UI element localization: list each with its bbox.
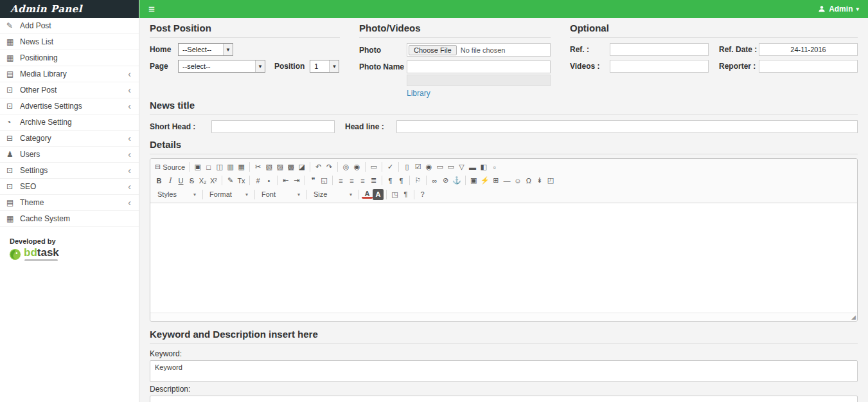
- numbered-list-icon[interactable]: #: [252, 175, 263, 186]
- source-icon[interactable]: ⊟Source: [154, 161, 186, 172]
- keyword-textarea[interactable]: Keyword: [150, 360, 858, 382]
- sidebar-item-cache-system[interactable]: ▦Cache System: [0, 211, 139, 227]
- sidebar-item-theme[interactable]: ▤Theme‹: [0, 195, 139, 211]
- link-icon[interactable]: ∞: [429, 175, 440, 186]
- new-page-icon[interactable]: □: [203, 161, 214, 172]
- position-select[interactable]: 1 ▼: [310, 60, 339, 73]
- image-button-icon[interactable]: ◧: [478, 161, 489, 172]
- anchor-icon[interactable]: ⚓: [451, 175, 463, 186]
- dropdown-label: Styles: [157, 190, 177, 198]
- user-menu[interactable]: Admin ▾: [818, 5, 859, 14]
- smiley-icon[interactable]: ☺: [512, 175, 523, 186]
- save-icon[interactable]: ▣: [192, 161, 203, 172]
- paste-word-icon[interactable]: ◪: [296, 161, 307, 172]
- sidebar-item-category[interactable]: ⊟Category‹: [0, 131, 139, 147]
- bulleted-list-icon[interactable]: •: [263, 175, 274, 186]
- ref-date-input[interactable]: [759, 43, 858, 56]
- resize-grip-icon[interactable]: ◢: [851, 315, 856, 320]
- about-icon[interactable]: ?: [417, 189, 428, 200]
- replace-icon[interactable]: ◉: [351, 161, 362, 172]
- editor-content[interactable]: [150, 203, 857, 313]
- ltr-icon[interactable]: ¶: [385, 175, 396, 186]
- text-field-icon[interactable]: ▭: [434, 161, 445, 172]
- underline-icon[interactable]: U: [175, 175, 186, 186]
- sidebar-item-advertise-settings[interactable]: ⊡Advertise Settings‹: [0, 98, 139, 114]
- text-color-icon[interactable]: A: [362, 190, 373, 199]
- subscript-icon[interactable]: X₂: [197, 175, 208, 186]
- align-right-icon[interactable]: ≡: [357, 175, 368, 186]
- justify-icon[interactable]: ≣: [368, 175, 379, 186]
- checkbox-icon[interactable]: ☑: [412, 161, 423, 172]
- font-dropdown[interactable]: Font▾: [258, 188, 304, 200]
- size-dropdown[interactable]: Size▾: [310, 188, 356, 200]
- unlink-icon[interactable]: ⊘: [440, 175, 451, 186]
- photo-name-input[interactable]: [407, 60, 551, 73]
- sidebar-item-add-post[interactable]: ✎Add Post: [0, 18, 139, 34]
- sidebar-item-settings[interactable]: ⊡Settings‹: [0, 163, 139, 179]
- show-blocks-icon[interactable]: ¶: [400, 189, 411, 200]
- templates-icon[interactable]: ▦: [236, 161, 247, 172]
- iframe-icon[interactable]: ◰: [545, 175, 556, 186]
- special-char-icon[interactable]: Ω: [523, 175, 534, 186]
- bold-icon[interactable]: B: [154, 175, 164, 186]
- radio-icon[interactable]: ◉: [423, 161, 434, 172]
- head-line-input[interactable]: [396, 120, 858, 133]
- horizontal-rule-icon[interactable]: ―: [501, 175, 512, 186]
- sidebar-item-archive-setting[interactable]: ◔Archive Setting: [0, 114, 139, 131]
- sidebar-item-users[interactable]: ♟Users‹: [0, 147, 139, 163]
- photo-file-input[interactable]: Choose File No file chosen: [407, 43, 551, 57]
- sidebar-item-other-post[interactable]: ⊡Other Post‹: [0, 82, 139, 98]
- sidebar-item-seo[interactable]: ⊡SEO‹: [0, 179, 139, 195]
- styles-dropdown[interactable]: Styles▾: [154, 188, 200, 200]
- outdent-icon[interactable]: ⇤: [280, 175, 291, 186]
- copy-formatting-icon[interactable]: ✎: [225, 175, 236, 186]
- hamburger-menu-icon[interactable]: ≡: [148, 4, 155, 15]
- preview-icon[interactable]: ◫: [214, 161, 225, 172]
- rtl-icon[interactable]: ¶: [396, 175, 407, 186]
- videos-input[interactable]: [610, 60, 709, 73]
- select-field-icon[interactable]: ▽: [456, 161, 467, 172]
- align-left-icon[interactable]: ≡: [335, 175, 346, 186]
- italic-icon[interactable]: I: [164, 175, 175, 186]
- reporter-input[interactable]: [759, 60, 858, 73]
- form-icon[interactable]: ▯: [402, 161, 412, 172]
- table-icon[interactable]: ⊞: [490, 175, 501, 186]
- indent-icon[interactable]: ⇥: [291, 175, 302, 186]
- blockquote-icon[interactable]: ❞: [308, 175, 319, 186]
- find-icon[interactable]: ◎: [341, 161, 351, 172]
- description-textarea[interactable]: [150, 396, 858, 402]
- div-container-icon[interactable]: ◱: [319, 175, 330, 186]
- redo-icon[interactable]: ↷: [324, 161, 335, 172]
- ref-input[interactable]: [610, 43, 709, 56]
- copy-icon[interactable]: ▧: [263, 161, 274, 172]
- cut-icon[interactable]: ✂: [252, 161, 263, 172]
- print-icon[interactable]: ▥: [225, 161, 236, 172]
- page-break-icon[interactable]: ↡: [534, 175, 545, 186]
- select-all-icon[interactable]: ▭: [368, 161, 379, 172]
- align-center-icon[interactable]: ≡: [346, 175, 357, 186]
- superscript-icon[interactable]: X²: [208, 175, 219, 186]
- maximize-icon[interactable]: ◳: [389, 189, 400, 200]
- sidebar-item-media-library[interactable]: ▤Media Library‹: [0, 66, 139, 82]
- sidebar-item-news-list[interactable]: ▦News List: [0, 34, 139, 50]
- library-link[interactable]: Library: [407, 89, 430, 98]
- short-head-input[interactable]: [211, 120, 335, 133]
- page-select[interactable]: --select-- ▼: [178, 60, 265, 73]
- image-icon[interactable]: ▣: [468, 175, 479, 186]
- strike-icon[interactable]: S: [186, 175, 197, 186]
- textarea-icon[interactable]: ▭: [445, 161, 456, 172]
- home-select[interactable]: --Select-- ▼: [178, 43, 233, 56]
- undo-icon[interactable]: ↶: [313, 161, 324, 172]
- paste-text-icon[interactable]: ▩: [285, 161, 296, 172]
- format-dropdown[interactable]: Format▾: [206, 188, 252, 200]
- sidebar-item-positioning[interactable]: ▦Positioning: [0, 50, 139, 66]
- paste-icon[interactable]: ▨: [274, 161, 285, 172]
- hidden-field-icon[interactable]: ▫: [489, 161, 500, 172]
- spellcheck-icon[interactable]: ✓: [385, 161, 396, 172]
- background-color-icon[interactable]: A: [373, 189, 384, 200]
- choose-file-button[interactable]: Choose File: [409, 45, 457, 55]
- flash-icon[interactable]: ⚡: [479, 175, 491, 186]
- language-icon[interactable]: ⚐: [412, 175, 423, 186]
- remove-format-icon[interactable]: Tx: [236, 175, 247, 186]
- button-icon[interactable]: ▬: [467, 161, 478, 172]
